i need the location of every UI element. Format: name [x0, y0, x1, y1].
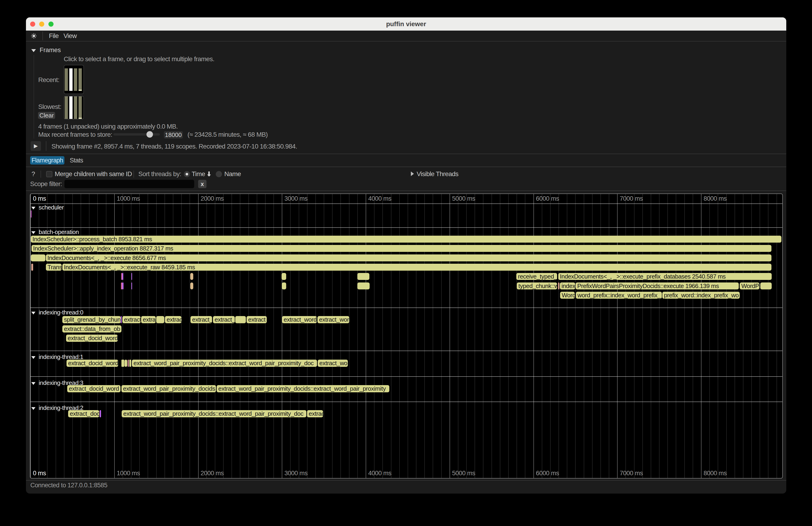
scope-bar[interactable] [357, 273, 369, 280]
scope-bar[interactable] [100, 410, 101, 417]
scope-bar[interactable]: IndexScheduler>::process_batch 8953.821 … [31, 236, 781, 243]
flamegraph-canvas[interactable]: 0 ms0 ms1000 ms1000 ms2000 ms2000 ms3000… [30, 193, 783, 479]
scope-bar[interactable]: index [560, 282, 575, 289]
scope-bar[interactable]: extract_docid_word [66, 335, 118, 342]
slider-knob[interactable] [146, 131, 153, 138]
sort-name-radio[interactable] [216, 171, 222, 177]
scope-bar[interactable]: extract_docid_word [67, 385, 120, 392]
scope-bar[interactable]: extract::data_from_ob [62, 325, 121, 333]
scope-bar[interactable]: IndexDocuments<_, _>::execute_raw 8459.1… [62, 264, 771, 271]
scope-bar[interactable]: extract_word_pair_proximity_docids::extr… [122, 410, 306, 417]
scope-bar[interactable]: extract [247, 316, 267, 323]
scope-bar[interactable] [156, 316, 164, 323]
menu-file[interactable]: File [49, 31, 59, 41]
scope-bar[interactable] [129, 360, 131, 367]
scope-bar[interactable]: extract_word [282, 316, 317, 323]
scope-bar[interactable]: IndexDocuments<_, _>::execute_prefix_dat… [558, 273, 772, 280]
scope-bar[interactable] [190, 273, 193, 280]
scope-bar[interactable]: split_grenad_by_chun [62, 316, 121, 323]
scope-bar[interactable] [760, 282, 772, 289]
scope-bar[interactable] [31, 210, 31, 218]
clear-button[interactable]: Clear [38, 112, 55, 119]
scope-bar[interactable] [558, 282, 560, 289]
scope-bar[interactable]: extract_docid_word [67, 360, 118, 367]
frame-bar-selected[interactable] [69, 68, 73, 91]
scope-filter-label: Scope filter: [30, 180, 62, 188]
thread-header-indexing-thread:0[interactable]: indexing-thread:0 [31, 309, 83, 316]
sort-time-radio[interactable] [184, 171, 190, 177]
scope-bar[interactable]: extract_w [213, 316, 235, 323]
scope-bar[interactable] [121, 316, 122, 323]
collapse-triangle-icon [31, 231, 35, 234]
scope-bar[interactable] [31, 264, 33, 271]
help-button[interactable]: ? [31, 170, 35, 178]
scope-bar[interactable]: extract_wo [318, 360, 348, 367]
scope-bar[interactable] [31, 254, 45, 261]
scope-bar[interactable] [131, 282, 132, 289]
frames-section-header[interactable]: Frames [31, 47, 61, 53]
frame-bar[interactable] [65, 97, 68, 119]
scope-bar[interactable]: extra [141, 316, 156, 323]
tab-stats[interactable]: Stats [70, 156, 83, 164]
sun-icon[interactable] [31, 33, 37, 39]
scope-bar[interactable] [190, 282, 193, 289]
scope-bar[interactable]: WordPr [740, 282, 759, 289]
thread-header-batch-operation[interactable]: batch-operation [31, 229, 79, 235]
menu-view[interactable]: View [63, 31, 77, 41]
app-window: puffin viewer File View Frames Click to … [26, 17, 786, 494]
scope-bar[interactable]: extrac [307, 410, 323, 417]
axis-tick-label: 1000 ms [117, 470, 140, 477]
scope-bar[interactable]: extract_word_pair_proximity_docids::extr… [132, 360, 317, 367]
sort-time-label[interactable]: Time [192, 170, 205, 178]
thread-name: scheduler [39, 204, 64, 211]
scope-bar[interactable]: PrefixWordPairsProximityDocids::execute … [576, 282, 739, 289]
scope-bar[interactable] [131, 273, 132, 280]
thread-header-indexing-thread:1[interactable]: indexing-thread:1 [31, 354, 83, 360]
scope-bar[interactable]: IndexDocuments<_, _>::execute 8656.677 m… [46, 254, 772, 261]
scope-filter-input[interactable] [64, 180, 194, 188]
tab-flamegraph[interactable]: Flamegraph [30, 156, 64, 164]
scope-bar[interactable]: extract_doc [68, 410, 99, 417]
scope-bar[interactable] [121, 360, 124, 367]
clear-filter-button[interactable]: x [198, 180, 206, 188]
scope-bar[interactable]: prefix_word::index_prefix_wo [662, 292, 740, 299]
frame-bar[interactable] [74, 68, 77, 91]
scope-bar[interactable]: extract_word_pair_proximity_docids::extr… [217, 385, 389, 392]
axis-tick-label: 3000 ms [284, 470, 307, 477]
play-button[interactable]: ▶ [31, 141, 41, 151]
scope-bar[interactable]: word_prefix::index_word_prefix_ [576, 292, 662, 299]
frame-bar[interactable] [65, 68, 68, 91]
separator [26, 154, 786, 154]
recent-frames-thumbnail[interactable] [64, 65, 84, 94]
max-frames-value[interactable]: 18000 [164, 131, 183, 138]
collapse-triangle-icon [31, 49, 36, 52]
scope-bar[interactable] [128, 360, 129, 367]
scope-bar[interactable]: receive_typed_ [516, 273, 557, 280]
scope-bar[interactable]: extract_wor [318, 316, 349, 323]
frame-bar[interactable] [74, 97, 77, 119]
scope-bar[interactable] [235, 316, 246, 323]
scope-bar[interactable] [122, 273, 123, 280]
scope-bar[interactable] [282, 282, 286, 289]
merge-children-checkbox[interactable] [46, 171, 53, 177]
frame-bar[interactable] [78, 68, 82, 91]
scope-bar[interactable]: Trans [46, 264, 62, 271]
scope-bar[interactable]: extract_ [190, 316, 212, 323]
sort-name-label[interactable]: Name [224, 170, 241, 178]
scope-bar[interactable]: Word [560, 292, 575, 299]
scope-bar[interactable] [357, 282, 369, 289]
thread-header-scheduler[interactable]: scheduler [31, 204, 64, 210]
scope-bar[interactable]: extract_word_pair_proximity_docids [121, 385, 216, 392]
slowest-frames-thumbnail[interactable] [64, 96, 84, 119]
max-frames-slider[interactable] [113, 133, 160, 135]
scope-bar[interactable] [125, 360, 127, 367]
visible-threads-header[interactable]: Visible Threads [411, 170, 459, 178]
scope-bar[interactable] [281, 273, 286, 280]
scope-bar[interactable]: extrac [165, 316, 182, 323]
frame-bar-selected[interactable] [69, 97, 73, 119]
scope-bar[interactable]: extract [122, 316, 141, 323]
scope-bar[interactable]: IndexScheduler>::apply_index_operation 8… [31, 245, 771, 252]
scope-bar[interactable]: typed_chunk::w [517, 282, 557, 289]
scope-bar[interactable] [122, 282, 124, 289]
frame-bar[interactable] [78, 97, 82, 119]
